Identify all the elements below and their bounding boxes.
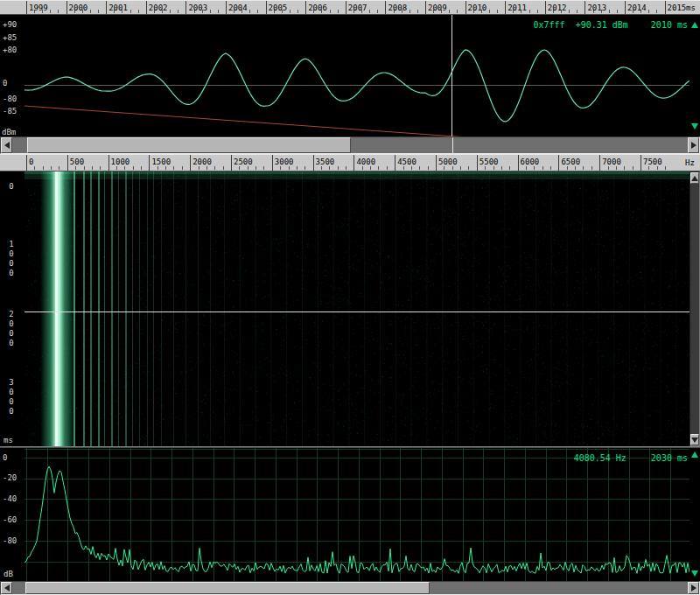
time-ruler-unit: ms bbox=[686, 4, 696, 12]
spectrogram-scroll-down-button[interactable] bbox=[690, 434, 699, 445]
ruler-tick bbox=[108, 155, 109, 171]
cursor-frequency-readout: 4080.54 Hz bbox=[574, 453, 626, 463]
spectrum-range-marker-bottom bbox=[691, 570, 698, 577]
axis-label: 3000 bbox=[7, 378, 16, 416]
ruler-tick bbox=[505, 1, 506, 14]
ruler-tick-label: 4500 bbox=[397, 158, 416, 166]
spectrum-unit-label: dB bbox=[4, 570, 13, 578]
spectrogram-scroll-up-button[interactable] bbox=[690, 172, 699, 184]
ruler-tick bbox=[26, 1, 27, 14]
ruler-tick-label: 2010 bbox=[468, 4, 487, 12]
ruler-tick bbox=[625, 1, 626, 14]
ruler-tick bbox=[272, 155, 273, 171]
axis-label: 1000 bbox=[7, 240, 16, 278]
ruler-tick-label: 0 bbox=[29, 158, 33, 166]
spectrogram-unit-label: ms bbox=[4, 436, 13, 444]
ruler-tick-label: 2002 bbox=[149, 4, 168, 12]
ruler-tick-label: 6000 bbox=[521, 158, 540, 166]
axis-label: -40 bbox=[3, 494, 17, 503]
ruler-tick-label: 2008 bbox=[388, 4, 407, 12]
axis-label: +80 bbox=[3, 46, 17, 54]
down-arrow-icon bbox=[691, 438, 698, 443]
spectrum-range-marker-top bbox=[691, 452, 698, 458]
spectrum-readout: 4080.54 Hz 2030 ms bbox=[574, 453, 688, 463]
ruler-tick-label: 2012 bbox=[548, 4, 567, 12]
ruler-tick-label: 2007 bbox=[348, 4, 368, 12]
time-ruler[interactable]: ms 1999200020012002200320042005200620072… bbox=[0, 0, 700, 15]
ruler-tick bbox=[190, 155, 191, 171]
ruler-tick-label: 7500 bbox=[643, 158, 662, 166]
frequency-ruler[interactable]: Hz 0500100015002000250030003500400045005… bbox=[0, 154, 700, 172]
ruler-tick bbox=[436, 155, 437, 171]
spectrum-time-readout: 2030 ms bbox=[651, 453, 688, 463]
waveform-cursor-line[interactable] bbox=[452, 15, 452, 136]
waveform-scrollbar-thumb[interactable] bbox=[27, 137, 351, 153]
scrollbar-cursor-tick bbox=[452, 137, 453, 153]
ruler-tick bbox=[67, 155, 68, 171]
ruler-tick-label: 1000 bbox=[111, 158, 130, 166]
axis-label: -80 bbox=[3, 94, 17, 103]
ruler-tick bbox=[425, 1, 426, 14]
ruler-tick-label: 500 bbox=[70, 158, 84, 166]
ruler-tick bbox=[231, 155, 232, 171]
ruler-tick-label: 2001 bbox=[108, 4, 128, 12]
spectrum-scroll-right-button[interactable] bbox=[688, 582, 699, 594]
spectrogram-display[interactable] bbox=[24, 172, 690, 446]
axis-label: 0 bbox=[3, 453, 7, 462]
ruler-tick bbox=[558, 155, 559, 171]
right-arrow-icon bbox=[691, 142, 696, 149]
waveform-readout: 0x7fff +90.31 dBm 2010 ms bbox=[534, 20, 689, 30]
axis-label: 2000 bbox=[7, 310, 16, 348]
ruler-tick-label: 3000 bbox=[275, 158, 294, 166]
right-arrow-icon bbox=[691, 584, 696, 592]
ruler-tick bbox=[186, 1, 186, 14]
ruler-tick bbox=[313, 155, 314, 171]
ruler-tick bbox=[395, 155, 396, 171]
spectrogram-panel: 0100020003000 ms bbox=[0, 172, 700, 446]
waveform-range-marker-top bbox=[691, 22, 698, 28]
waveform-trace bbox=[24, 50, 690, 122]
ruler-tick bbox=[518, 155, 519, 171]
axis-label: 0 bbox=[7, 182, 16, 192]
ruler-tick-label: 2009 bbox=[428, 4, 447, 12]
level-readout: +90.31 dBm bbox=[576, 20, 628, 30]
ruler-tick-label: 7000 bbox=[602, 158, 621, 166]
ruler-tick-label: 2500 bbox=[234, 158, 253, 166]
ruler-tick-label: 2014 bbox=[627, 4, 647, 12]
ruler-tick bbox=[266, 1, 267, 14]
spectrum-panel: 0-20-40-60-80 dB 4080.54 Hz 2030 ms bbox=[0, 448, 700, 581]
ruler-tick-label: 4000 bbox=[356, 158, 375, 166]
spectrogram-scrollbar[interactable] bbox=[690, 172, 700, 446]
ruler-tick bbox=[640, 155, 641, 171]
spectrum-display[interactable] bbox=[24, 448, 690, 581]
ruler-tick-label: 2005 bbox=[269, 4, 288, 12]
ruler-tick-label: 1500 bbox=[151, 158, 171, 166]
spectrogram-cursor-line[interactable] bbox=[24, 312, 690, 312]
ruler-tick-label: 5500 bbox=[480, 158, 499, 166]
ruler-tick bbox=[305, 1, 306, 14]
waveform-display[interactable] bbox=[24, 15, 690, 136]
spectrum-scrollbar[interactable] bbox=[0, 581, 700, 595]
waveform-unit-label: dBm bbox=[2, 128, 16, 136]
sample-value-readout: 0x7fff bbox=[534, 20, 565, 30]
axis-label: +90 bbox=[3, 20, 17, 29]
spectrum-trace bbox=[24, 466, 690, 573]
axis-label: +85 bbox=[3, 33, 17, 42]
waveform-scroll-left-button[interactable] bbox=[1, 137, 12, 153]
ruler-tick-label: 2004 bbox=[228, 4, 248, 12]
waveform-scrollbar[interactable] bbox=[0, 136, 700, 154]
ruler-tick-label: 2006 bbox=[308, 4, 327, 12]
up-arrow-icon bbox=[691, 176, 698, 181]
ruler-tick-label: 3500 bbox=[316, 158, 335, 166]
spectrum-scroll-left-button[interactable] bbox=[1, 582, 12, 594]
frequency-ruler-unit: Hz bbox=[685, 158, 695, 167]
ruler-tick-label: 6500 bbox=[561, 158, 580, 166]
ruler-tick-label: 2015 bbox=[668, 4, 687, 12]
ruler-tick bbox=[599, 155, 600, 171]
ruler-tick bbox=[584, 1, 585, 14]
ruler-tick bbox=[477, 155, 478, 171]
waveform-scroll-right-button[interactable] bbox=[688, 137, 699, 153]
ruler-tick-label: 2013 bbox=[587, 4, 606, 12]
ruler-tick bbox=[66, 1, 67, 14]
spectrum-scrollbar-thumb[interactable] bbox=[25, 582, 430, 594]
